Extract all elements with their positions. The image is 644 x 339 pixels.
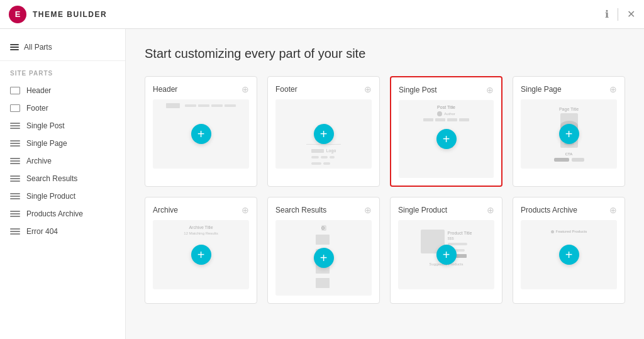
card-footer-preview: Logo + [275,99,372,169]
sidebar-item-label: Error 404 [26,227,58,236]
card-header-preview: + [153,99,249,169]
card-info-icon[interactable]: ⊕ [487,205,494,215]
card-search-results-preview: + [275,220,372,296]
card-info-icon[interactable]: ⊕ [609,84,617,94]
card-single-product[interactable]: Single Product ⊕ Product Title $$$ [390,197,502,304]
topbar-left: E THEME BUILDER [9,6,107,23]
card-search-results[interactable]: Search Results ⊕ [267,197,380,304]
all-parts-label: All Parts [24,43,52,52]
card-single-post[interactable]: Single Post ⊕ Post Title Author [390,76,502,187]
card-archive-title: Archive ⊕ [153,205,249,215]
sidebar-section-label: SITE PARTS [0,70,125,82]
sidebar-item-search-results[interactable]: Search Results [0,170,125,187]
divider [618,8,618,21]
card-info-icon[interactable]: ⊕ [486,85,494,95]
info-icon[interactable]: ℹ [605,8,609,20]
card-products-archive-title: Products Archive ⊕ [521,205,617,215]
topbar-right: ℹ ✕ [605,8,635,21]
sidebar-item-label: Single Page [26,139,67,148]
add-products-archive-button[interactable]: + [559,245,579,265]
close-icon[interactable]: ✕ [627,8,635,20]
search-results-icon [10,174,20,183]
card-info-icon[interactable]: ⊕ [242,84,249,94]
elementor-logo: E [9,6,26,23]
sidebar-item-single-post[interactable]: Single Post [0,117,125,135]
archive-icon [10,157,20,165]
add-archive-button[interactable]: + [191,245,211,265]
topbar: E THEME BUILDER ℹ ✕ [0,0,644,29]
single-product-icon [10,192,20,201]
card-info-icon[interactable]: ⊕ [364,84,372,94]
add-single-product-button[interactable]: + [436,245,457,265]
card-single-page[interactable]: Single Page ⊕ Page Title CTA [513,76,625,187]
card-footer-title: Footer ⊕ [275,84,372,94]
sidebar-item-single-product[interactable]: Single Product [0,187,125,205]
content-area: Start customizing every part of your sit… [126,29,644,339]
card-single-post-title: Single Post ⊕ [399,85,494,95]
sidebar-item-label: Search Results [26,174,77,183]
add-single-post-button[interactable]: + [436,129,457,149]
sidebar-item-header[interactable]: Header [0,82,125,99]
card-single-page-preview: Page Title CTA + [521,99,617,169]
card-archive[interactable]: Archive ⊕ Archive Title 12 Matching Resu… [145,197,257,304]
card-info-icon[interactable]: ⊕ [609,205,617,215]
single-page-icon [10,139,20,148]
sidebar-item-archive[interactable]: Archive [0,152,125,170]
add-footer-button[interactable]: + [314,124,334,144]
topbar-title: THEME BUILDER [33,10,107,19]
card-single-page-title: Single Page ⊕ [521,84,617,94]
add-single-page-button[interactable]: + [559,124,579,144]
card-footer[interactable]: Footer ⊕ Logo [267,76,380,187]
sidebar-all-parts[interactable]: All Parts [0,38,125,61]
card-info-icon[interactable]: ⊕ [242,205,249,215]
page-title: Start customizing every part of your sit… [145,47,625,61]
sidebar-item-label: Single Product [26,192,75,201]
card-header[interactable]: Header ⊕ + [145,76,257,187]
sidebar-item-label: Archive [26,157,52,165]
header-icon [10,86,20,95]
add-search-results-button[interactable]: + [314,248,334,268]
main-layout: All Parts SITE PARTS Header Footer Singl… [0,29,644,339]
card-info-icon[interactable]: ⊕ [364,205,372,215]
sidebar-item-error-404[interactable]: Error 404 [0,223,125,240]
sidebar-item-single-page[interactable]: Single Page [0,135,125,152]
error-404-icon [10,227,20,236]
single-post-icon [10,121,20,130]
sidebar-item-label: Single Post [26,121,65,130]
sidebar-item-label: Header [26,86,51,95]
card-archive-preview: Archive Title 12 Matching Results + [153,220,249,289]
card-products-archive-preview: Featured Products + [521,220,617,289]
sidebar-item-label: Footer [26,104,48,113]
sidebar-item-products-archive[interactable]: Products Archive [0,205,125,223]
cards-grid: Header ⊕ + [145,76,625,304]
sidebar: All Parts SITE PARTS Header Footer Singl… [0,29,126,339]
card-products-archive[interactable]: Products Archive ⊕ Featured Products [513,197,625,304]
add-header-button[interactable]: + [191,124,211,144]
card-single-product-preview: Product Title $$$ Suggested Products [398,220,494,289]
sidebar-item-label: Products Archive [26,209,83,218]
products-archive-icon [10,209,20,218]
card-search-results-title: Search Results ⊕ [275,205,372,215]
card-single-product-title: Single Product ⊕ [398,205,494,215]
footer-icon [10,104,20,113]
sidebar-item-footer[interactable]: Footer [0,99,125,117]
card-header-title: Header ⊕ [153,84,249,94]
card-single-post-preview: Post Title Author [399,100,494,178]
hamburger-icon [10,44,19,50]
